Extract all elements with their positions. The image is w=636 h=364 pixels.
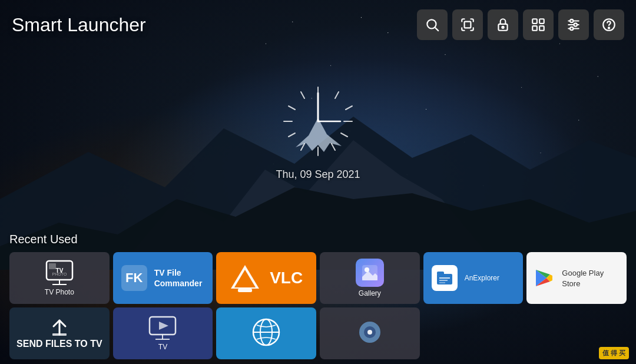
svg-rect-49: [439, 277, 450, 279]
send-files-label: SEND FILES TO TV: [16, 338, 102, 349]
app-label-play-store: Google Play Store: [562, 269, 604, 288]
section-title: Recent Used: [9, 233, 627, 246]
svg-rect-11: [532, 26, 537, 31]
send-files-icon: [49, 317, 70, 338]
svg-rect-12: [539, 26, 544, 31]
app-tile-tv-app[interactable]: TV: [113, 307, 213, 359]
anexplorer-icon: [432, 265, 458, 291]
app-tile-gallery[interactable]: Gallery: [320, 252, 420, 304]
app-label-tv-photo: TV Photo: [45, 288, 74, 296]
tv-app-icon: [147, 316, 178, 340]
app-label-anexplorer: AnExplorer: [465, 274, 499, 282]
svg-line-5: [435, 28, 439, 31]
app-tile-play-store[interactable]: Google Play Store: [526, 252, 627, 304]
search-button[interactable]: [417, 9, 448, 40]
svg-rect-9: [532, 19, 537, 24]
recent-section: Recent Used TV PHOTO TV Photo: [0, 233, 636, 364]
svg-line-32: [301, 92, 304, 98]
screenshot-icon: [460, 17, 475, 32]
svg-rect-6: [465, 22, 471, 28]
app-tile-vlc[interactable]: VLC: [216, 252, 316, 304]
svg-point-4: [427, 19, 436, 28]
app-tile-last[interactable]: [320, 307, 420, 359]
dia-paso-icon: [251, 317, 281, 348]
anexplorer-inner: AnExplorer: [423, 259, 524, 297]
tv-file-inner: FK TV File Commander: [113, 259, 213, 297]
screenshot-button[interactable]: [452, 9, 483, 40]
tv-file-icon: FK: [121, 265, 147, 291]
svg-rect-39: [49, 263, 56, 269]
svg-point-20: [608, 27, 610, 28]
svg-line-23: [346, 106, 352, 110]
svg-marker-59: [159, 322, 168, 330]
app-tile-tv-file[interactable]: FK TV File Commander: [113, 252, 213, 304]
svg-point-16: [570, 19, 573, 22]
lock-icon: [495, 17, 511, 32]
gallery-icon: [356, 259, 384, 287]
svg-point-8: [502, 27, 504, 28]
app-label-tv-app: TV: [158, 343, 167, 351]
help-button[interactable]: [594, 9, 624, 40]
header: Smart Launcher: [0, 0, 636, 46]
svg-line-28: [301, 144, 304, 150]
clock-area: Thu, 09 Sep 2021: [0, 46, 636, 233]
play-store-text-wrap: Google Play Store: [562, 267, 621, 289]
grid-icon: [531, 17, 546, 32]
toolbar: [417, 9, 624, 40]
svg-point-17: [574, 23, 577, 26]
lock-button[interactable]: [488, 9, 518, 40]
svg-rect-50: [439, 280, 448, 281]
tv-photo-icon: TV PHOTO: [45, 260, 74, 286]
app-tile-tv-photo[interactable]: TV PHOTO TV Photo: [9, 252, 110, 304]
send-files-inner: SEND FILES TO TV: [9, 307, 110, 359]
play-store-icon: [532, 266, 556, 290]
grid-button[interactable]: [523, 9, 554, 40]
date-label: Thu, 09 Sep 2021: [276, 168, 360, 181]
tv-file-label: TV File Commander: [154, 267, 205, 289]
app-title: Smart Launcher: [12, 14, 146, 36]
svg-line-22: [335, 92, 339, 98]
settings-button[interactable]: [558, 9, 589, 40]
watermark: 值 得 买: [599, 347, 629, 359]
analog-clock: [277, 80, 359, 163]
svg-rect-57: [52, 333, 67, 336]
svg-line-26: [332, 144, 335, 150]
svg-rect-51: [439, 282, 445, 283]
svg-line-29: [289, 133, 295, 137]
dia-paso-icon-wrap: [251, 317, 281, 348]
help-icon: [601, 17, 617, 32]
svg-point-18: [570, 27, 573, 30]
settings-icon: [566, 17, 581, 32]
svg-line-25: [341, 133, 347, 137]
svg-point-67: [367, 330, 372, 335]
svg-rect-42: [238, 289, 252, 292]
app-label-gallery: Gallery: [359, 289, 381, 297]
vlc-icon: [230, 263, 260, 293]
svg-rect-10: [539, 19, 544, 24]
vlc-inner: VLC: [216, 252, 316, 304]
app-tile-send-files[interactable]: SEND FILES TO TV: [9, 307, 110, 359]
app-tile-dia-paso[interactable]: [216, 307, 316, 359]
gallery-icon-wrap: [356, 259, 384, 287]
last-app-icon: [358, 320, 382, 344]
apps-grid: TV PHOTO TV Photo FK TV File Commander: [9, 252, 627, 359]
vlc-label: VLC: [270, 269, 303, 287]
svg-text:PHOTO: PHOTO: [52, 272, 67, 276]
svg-line-31: [289, 106, 295, 110]
svg-rect-48: [437, 272, 444, 275]
app-tile-anexplorer[interactable]: AnExplorer: [423, 252, 524, 304]
tv-photo-icon-wrap: TV PHOTO: [45, 260, 74, 286]
search-icon: [425, 17, 440, 32]
tv-app-inner: TV: [147, 316, 178, 351]
